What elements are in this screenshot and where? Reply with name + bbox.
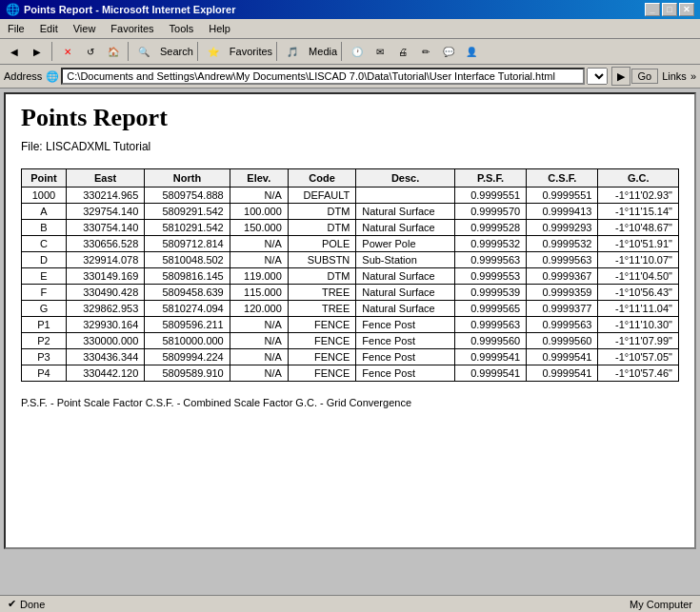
table-cell-1-8: -1°11'15.14" bbox=[598, 204, 679, 220]
discuss-button[interactable]: 💬 bbox=[438, 41, 459, 62]
address-icon: 🌐 bbox=[46, 70, 59, 83]
table-cell-4-2: 5810048.502 bbox=[145, 252, 230, 268]
table-cell-5-2: 5809816.145 bbox=[145, 268, 230, 285]
table-cell-6-4: TREE bbox=[288, 285, 355, 301]
forward-button[interactable]: ▶ bbox=[27, 41, 48, 62]
table-cell-4-0: D bbox=[22, 252, 67, 268]
toolbar-separator-3 bbox=[197, 42, 199, 61]
table-cell-7-0: G bbox=[22, 301, 67, 317]
toolbar-separator-2 bbox=[128, 42, 130, 61]
search-button[interactable]: 🔍 bbox=[133, 41, 154, 62]
print-button[interactable]: 🖨 bbox=[392, 41, 413, 62]
table-cell-0-2: 5809754.888 bbox=[145, 188, 230, 204]
table-cell-10-3: N/A bbox=[230, 349, 288, 365]
table-cell-7-3: 120.000 bbox=[230, 301, 288, 317]
address-label: Address bbox=[4, 70, 42, 82]
table-cell-1-5: Natural Surface bbox=[356, 204, 455, 220]
table-cell-11-0: P4 bbox=[22, 365, 67, 382]
table-cell-10-6: 0.9999541 bbox=[454, 349, 526, 365]
table-cell-0-5 bbox=[356, 188, 455, 204]
table-cell-3-5: Power Pole bbox=[356, 236, 455, 252]
menu-edit[interactable]: Edit bbox=[36, 21, 62, 36]
table-cell-7-2: 5810274.094 bbox=[145, 301, 230, 317]
table-cell-4-3: N/A bbox=[230, 252, 288, 268]
table-cell-4-7: 0.9999563 bbox=[527, 252, 598, 268]
toolbar-separator-4 bbox=[276, 42, 278, 61]
back-button[interactable]: ◀ bbox=[4, 41, 25, 62]
page-title: Points Report bbox=[21, 104, 679, 132]
table-cell-9-4: FENCE bbox=[288, 333, 355, 349]
table-cell-1-0: A bbox=[22, 204, 67, 220]
edit-button[interactable]: ✏ bbox=[415, 41, 436, 62]
table-row: P4330442.1205809589.910N/AFENCEFence Pos… bbox=[22, 365, 679, 382]
toolbar: ◀ ▶ ✕ ↺ 🏠 🔍 Search ⭐ Favorites 🎵 Media 🕐… bbox=[0, 39, 700, 65]
table-row: E330149.1695809816.145119.000DTMNatural … bbox=[22, 268, 679, 285]
address-input[interactable] bbox=[61, 68, 584, 85]
col-header-elev: Elev. bbox=[230, 169, 288, 188]
menu-view[interactable]: View bbox=[70, 21, 100, 36]
table-cell-0-6: 0.9999551 bbox=[454, 188, 526, 204]
table-cell-8-0: P1 bbox=[22, 317, 67, 333]
menu-file[interactable]: File bbox=[4, 21, 29, 36]
table-cell-6-1: 330490.428 bbox=[66, 285, 144, 301]
table-cell-3-4: POLE bbox=[288, 236, 355, 252]
table-cell-2-6: 0.9999528 bbox=[454, 220, 526, 236]
table-cell-3-2: 5809712.814 bbox=[145, 236, 230, 252]
media-button[interactable]: 🎵 bbox=[282, 41, 303, 62]
close-button[interactable]: ✕ bbox=[679, 3, 694, 16]
table-row: P2330000.0005810000.000N/AFENCEFence Pos… bbox=[22, 333, 679, 349]
table-cell-8-6: 0.9999563 bbox=[454, 317, 526, 333]
table-cell-2-7: 0.9999293 bbox=[527, 220, 598, 236]
table-cell-9-0: P2 bbox=[22, 333, 67, 349]
table-cell-5-1: 330149.169 bbox=[66, 268, 144, 285]
table-cell-9-1: 330000.000 bbox=[66, 333, 144, 349]
col-header-csf: C.S.F. bbox=[527, 169, 598, 188]
table-cell-3-7: 0.9999532 bbox=[527, 236, 598, 252]
mail-button[interactable]: ✉ bbox=[370, 41, 390, 62]
table-row: P1329930.1645809596.211N/AFENCEFence Pos… bbox=[22, 317, 679, 333]
links-label[interactable]: Links bbox=[662, 70, 687, 82]
table-cell-0-7: 0.9999551 bbox=[527, 188, 598, 204]
refresh-button[interactable]: ↺ bbox=[80, 41, 101, 62]
menu-help[interactable]: Help bbox=[205, 21, 234, 36]
maximize-button[interactable]: □ bbox=[662, 3, 677, 16]
table-row: D329914.0785810048.502N/ASUBSTNSub-Stati… bbox=[22, 252, 679, 268]
table-cell-2-0: B bbox=[22, 220, 67, 236]
col-header-point: Point bbox=[22, 169, 67, 188]
table-cell-6-2: 5809458.639 bbox=[145, 285, 230, 301]
table-cell-9-5: Fence Post bbox=[356, 333, 455, 349]
col-header-code: Code bbox=[288, 169, 355, 188]
table-cell-9-6: 0.9999560 bbox=[454, 333, 526, 349]
table-cell-6-3: 115.000 bbox=[230, 285, 288, 301]
table-cell-5-0: E bbox=[22, 268, 67, 285]
table-cell-4-8: -1°11'10.07" bbox=[598, 252, 679, 268]
table-cell-11-8: -1°10'57.46" bbox=[598, 365, 679, 382]
minimize-button[interactable]: _ bbox=[645, 3, 660, 16]
legend: P.S.F. - Point Scale Factor C.S.F. - Com… bbox=[21, 397, 679, 408]
table-cell-10-0: P3 bbox=[22, 349, 67, 365]
table-cell-11-4: FENCE bbox=[288, 365, 355, 382]
go-button[interactable]: Go bbox=[631, 69, 659, 84]
table-row: F330490.4285809458.639115.000TREENatural… bbox=[22, 285, 679, 301]
col-header-east: East bbox=[66, 169, 144, 188]
history-button[interactable]: 🕐 bbox=[347, 41, 368, 62]
menu-favorites[interactable]: Favorites bbox=[107, 21, 157, 36]
toolbar-separator-1 bbox=[51, 42, 53, 61]
col-header-psf: P.S.F. bbox=[454, 169, 526, 188]
menu-tools[interactable]: Tools bbox=[166, 21, 198, 36]
table-cell-3-3: N/A bbox=[230, 236, 288, 252]
table-cell-8-2: 5809596.211 bbox=[145, 317, 230, 333]
address-dropdown[interactable] bbox=[587, 68, 608, 85]
table-cell-4-1: 329914.078 bbox=[66, 252, 144, 268]
table-cell-9-3: N/A bbox=[230, 333, 288, 349]
favorites-button[interactable]: ⭐ bbox=[203, 41, 224, 62]
home-button[interactable]: 🏠 bbox=[103, 41, 124, 62]
table-cell-4-5: Sub-Station bbox=[356, 252, 455, 268]
table-cell-1-1: 329754.140 bbox=[66, 204, 144, 220]
table-cell-0-0: 1000 bbox=[22, 188, 67, 204]
table-cell-3-6: 0.9999532 bbox=[454, 236, 526, 252]
go-arrow-button[interactable]: ▶ bbox=[611, 67, 630, 86]
table-cell-10-1: 330436.344 bbox=[66, 349, 144, 365]
messenger-button[interactable]: 👤 bbox=[461, 41, 482, 62]
stop-button[interactable]: ✕ bbox=[57, 41, 78, 62]
